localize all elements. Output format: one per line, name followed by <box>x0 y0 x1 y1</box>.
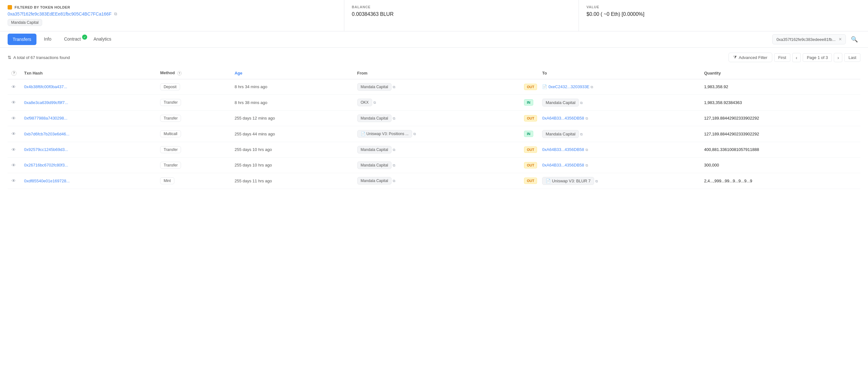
direction-badge: OUT <box>524 84 537 90</box>
help-icon[interactable]: ? <box>11 71 17 76</box>
row-eye-icon[interactable]: 👁 <box>11 163 16 168</box>
from-address[interactable]: Mandala Capital <box>357 146 392 153</box>
direction-badge: OUT <box>524 178 537 184</box>
direction-badge: OUT <box>524 147 537 153</box>
value-value: $0.00 ( ~0 Eth) [0.0000%] <box>587 11 860 17</box>
row-quantity: 127,189.88442902333902292 <box>700 126 860 142</box>
next-page-button[interactable]: › <box>834 53 842 62</box>
row-eye-icon[interactable]: 👁 <box>11 100 16 105</box>
row-eye-icon[interactable]: 👁 <box>11 84 16 89</box>
txn-hash-link[interactable]: 0x92579cc1245b69d3... <box>24 147 68 152</box>
value-label: VALUE <box>587 5 860 9</box>
to-address[interactable]: 0xA64B33...4356DB58 <box>542 147 584 152</box>
filter-chip: 0xa357f162fe9c383edeee81fb... × <box>772 34 846 45</box>
copy-from-icon[interactable]: ⧉ <box>393 163 395 167</box>
method-badge: Transfer <box>160 162 181 169</box>
row-age: 8 hrs 34 mins ago <box>231 79 353 94</box>
to-address[interactable]: 0xA64B33...4356DB58 <box>542 116 584 120</box>
stats-total: ⇅ A total of 67 transactions found <box>8 55 70 60</box>
direction-badge: OUT <box>524 115 537 121</box>
copy-from-icon[interactable]: ⧉ <box>413 132 416 136</box>
direction-badge: IN <box>524 99 533 106</box>
balance-label: BALANCE <box>352 5 571 9</box>
table-row: 👁0xb7d6fcb7b203e6d46...Multicall255 days… <box>8 126 860 142</box>
filter-dot <box>8 5 12 9</box>
to-address[interactable]: Mandala Capital <box>542 130 579 138</box>
copy-address-icon[interactable]: ⧉ <box>114 11 117 17</box>
first-page-button[interactable]: First <box>774 53 790 62</box>
tab-info[interactable]: Info <box>39 33 56 46</box>
from-address[interactable]: Mandala Capital <box>357 177 392 184</box>
row-eye-icon[interactable]: 👁 <box>11 131 16 136</box>
from-address[interactable]: OKX <box>357 99 372 106</box>
row-quantity: 127,189.88442902333902292 <box>700 110 860 126</box>
search-button[interactable]: 🔍 <box>848 35 860 44</box>
txn-hash-link[interactable]: 0xdf85540e01e169728... <box>24 179 70 183</box>
row-age: 255 days 44 mins ago <box>231 126 353 142</box>
prev-page-button[interactable]: ‹ <box>792 53 801 62</box>
txn-hash-link[interactable]: 0xa8e3ca639d99cf9f7... <box>24 100 68 105</box>
filter-chip-close[interactable]: × <box>839 36 842 42</box>
copy-from-icon[interactable]: ⧉ <box>393 179 395 183</box>
advanced-filter-button[interactable]: ⧩ Advanced Filter <box>728 53 772 62</box>
row-quantity: 300,000 <box>700 157 860 173</box>
tab-contract[interactable]: Contract ✓ <box>59 33 86 46</box>
last-page-button[interactable]: Last <box>844 53 860 62</box>
table-row: 👁0xf9877988a7430298...Transfer255 days 1… <box>8 110 860 126</box>
filter-chip-value: 0xa357f162fe9c383edeee81fb... <box>776 37 836 42</box>
col-method: Method ? <box>156 67 231 79</box>
copy-to-icon[interactable]: ⧉ <box>586 116 588 120</box>
from-address[interactable]: Mandala Capital <box>357 161 392 169</box>
copy-from-icon[interactable]: ⧉ <box>373 100 376 104</box>
copy-to-icon[interactable]: ⧉ <box>580 101 583 105</box>
row-quantity: 1,983,358.92384363 <box>700 94 860 110</box>
to-address[interactable]: Mandala Capital <box>542 99 579 107</box>
row-eye-icon[interactable]: 👁 <box>11 147 16 152</box>
copy-to-icon[interactable]: ⧉ <box>586 163 588 167</box>
txn-hash-link[interactable]: 0x26716bc6702fc80f3... <box>24 163 68 168</box>
method-badge: Transfer <box>160 115 181 122</box>
row-age: 255 days 12 mins ago <box>231 110 353 126</box>
txn-hash-link[interactable]: 0x4b38f6fc00f0ba437... <box>24 84 67 89</box>
copy-from-icon[interactable]: ⧉ <box>393 85 395 89</box>
col-to: To <box>538 67 700 79</box>
filter-label: FILTERED BY TOKEN HOLDER <box>8 5 336 9</box>
from-address[interactable]: Mandala Capital <box>357 115 392 122</box>
copy-to-icon[interactable]: ⧉ <box>586 148 588 152</box>
funnel-icon: ⧩ <box>733 55 737 60</box>
address-link[interactable]: 0xa357f162fe9c383EdEEe81fbc905C4BC7FCa16… <box>8 11 112 17</box>
from-address[interactable]: 📄 Uniswap V3: Positions ... <box>357 130 412 138</box>
col-txn-hash: Txn Hash <box>20 67 156 79</box>
copy-from-icon[interactable]: ⧉ <box>393 116 395 120</box>
method-help-icon[interactable]: ? <box>177 71 182 76</box>
col-from: From <box>353 67 523 79</box>
row-quantity: 1,983,358.92 <box>700 79 860 94</box>
to-address[interactable]: 📄 0xeC2432...3203933E <box>542 84 589 89</box>
tab-transfers[interactable]: Transfers <box>8 34 36 45</box>
row-eye-icon[interactable]: 👁 <box>11 178 16 183</box>
col-age[interactable]: Age <box>231 67 353 79</box>
copy-from-icon[interactable]: ⧉ <box>393 148 395 152</box>
copy-to-icon[interactable]: ⧉ <box>591 85 593 89</box>
direction-badge: OUT <box>524 162 537 169</box>
copy-to-icon[interactable]: ⧉ <box>595 179 598 183</box>
table-row: 👁0x92579cc1245b69d3...Transfer255 days 1… <box>8 142 860 157</box>
direction-badge: IN <box>524 131 533 137</box>
tab-transfers-label: Transfers <box>13 37 31 42</box>
col-quantity: Quantity <box>700 67 860 79</box>
method-badge: Transfer <box>160 146 181 153</box>
from-address[interactable]: Mandala Capital <box>357 83 392 91</box>
row-age: 255 days 10 hrs ago <box>231 142 353 157</box>
to-address[interactable]: 📄 Uniswap V3: BLUR 7 <box>542 177 594 185</box>
row-age: 255 days 10 hrs ago <box>231 157 353 173</box>
to-address[interactable]: 0xA64B33...4356DB58 <box>542 163 584 168</box>
tab-analytics[interactable]: Analytics <box>88 33 116 46</box>
row-eye-icon[interactable]: 👁 <box>11 116 16 121</box>
copy-to-icon[interactable]: ⧉ <box>580 132 583 136</box>
row-age: 8 hrs 38 mins ago <box>231 94 353 110</box>
method-badge: Mint <box>160 177 174 184</box>
txn-hash-link[interactable]: 0xf9877988a7430298... <box>24 116 67 120</box>
row-age: 255 days 11 hrs ago <box>231 173 353 189</box>
txn-hash-link[interactable]: 0xb7d6fcb7b203e6d46... <box>24 131 69 136</box>
contract-check-badge: ✓ <box>82 35 87 40</box>
